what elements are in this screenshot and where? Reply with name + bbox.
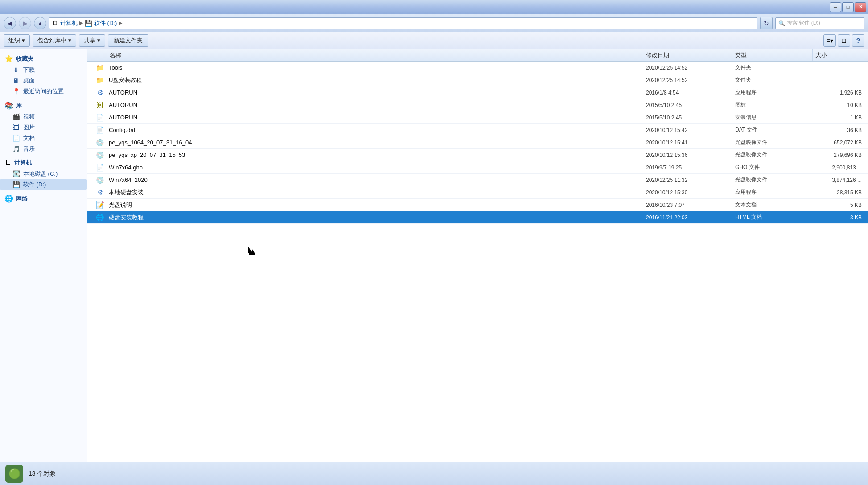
column-headers: 名称 修改日期 类型 大小 [87, 49, 868, 62]
sidebar-item-pictures[interactable]: 🖼 图片 [0, 122, 87, 133]
share-button[interactable]: 共享 ▾ [79, 34, 105, 47]
file-icon-cell: 📄 [89, 164, 107, 172]
music-label: 音乐 [23, 145, 35, 153]
close-button[interactable]: ✕ [855, 2, 866, 12]
computer-header[interactable]: 🖥 计算机 [0, 157, 87, 169]
preview-pane-button[interactable]: ⊟ [838, 34, 850, 47]
back-button[interactable]: ◀ [4, 17, 16, 29]
file-type: 光盘映像文件 [732, 151, 813, 159]
sidebar-item-documents[interactable]: 📄 文档 [0, 133, 87, 144]
breadcrumb-drive[interactable]: 软件 (D:) [94, 19, 117, 27]
table-row[interactable]: ⚙ AUTORUN 2016/1/8 4:54 应用程序 1,926 KB [87, 86, 868, 99]
file-type-icon: 🌐 [96, 214, 104, 222]
file-type: 文件夹 [732, 76, 813, 84]
video-icon: 🎬 [12, 113, 20, 120]
table-row[interactable]: 📁 U盘安装教程 2020/12/25 14:52 文件夹 [87, 74, 868, 86]
table-row[interactable]: 💿 Win7x64_2020 2020/12/25 11:32 光盘映像文件 3… [87, 174, 868, 186]
up-button[interactable]: ▲ [34, 17, 46, 29]
file-type-icon: 📄 [96, 114, 104, 122]
library-header[interactable]: 📚 库 [0, 99, 87, 111]
sidebar-item-c-drive[interactable]: 💽 本地磁盘 (C:) [0, 169, 87, 179]
file-size: 5 KB [813, 202, 866, 208]
file-type-icon: ⚙ [96, 89, 104, 97]
file-name: AUTORUN [107, 102, 643, 108]
library-icon: 📚 [4, 101, 13, 110]
table-row[interactable]: 📁 Tools 2020/12/25 14:52 文件夹 [87, 62, 868, 74]
file-type: 光盘映像文件 [732, 139, 813, 146]
sidebar-item-music[interactable]: 🎵 音乐 [0, 144, 87, 154]
organize-button[interactable]: 组织 ▾ [4, 34, 30, 47]
file-type-icon: 💿 [96, 139, 104, 147]
file-list-area: 名称 修改日期 类型 大小 📁 Tools 2020/12/25 14:52 文… [87, 49, 868, 462]
file-icon-cell: 🖼 [89, 101, 107, 109]
breadcrumb-computer[interactable]: 计算机 [60, 19, 78, 27]
file-name: Win7x64.gho [107, 164, 643, 171]
new-folder-button[interactable]: 新建文件夹 [108, 34, 148, 47]
breadcrumb[interactable]: 🖥 计算机 ▶ 💾 软件 (D:) ▶ [49, 17, 757, 29]
file-size: 3,874,126 ... [813, 177, 866, 183]
file-size: 1 KB [813, 115, 866, 121]
table-row[interactable]: ⚙ 本地硬盘安装 2020/10/12 15:30 应用程序 28,315 KB [87, 186, 868, 199]
file-type-icon: 💿 [96, 151, 104, 159]
sidebar-item-downloads[interactable]: ⬇ 下载 [0, 65, 87, 75]
col-size[interactable]: 大小 [813, 49, 866, 61]
music-icon: 🎵 [12, 145, 20, 152]
file-type: 应用程序 [732, 189, 813, 196]
col-type[interactable]: 类型 [732, 49, 813, 61]
video-label: 视频 [23, 113, 35, 121]
network-label: 网络 [16, 195, 28, 203]
file-type: GHO 文件 [732, 164, 813, 171]
favorites-header[interactable]: ⭐ 收藏夹 [0, 53, 87, 65]
organize-label: 组织 [8, 37, 20, 45]
file-name: pe_yqs_1064_20_07_31_16_04 [107, 139, 643, 146]
table-row[interactable]: 📄 Win7x64.gho 2019/9/7 19:25 GHO 文件 2,90… [87, 161, 868, 174]
file-type-icon: 📄 [96, 164, 104, 172]
file-icon-cell: 📝 [89, 201, 107, 209]
file-icon-cell: 💿 [89, 151, 107, 159]
refresh-button[interactable]: ↻ [760, 17, 773, 29]
view-icon: ≡ [826, 37, 830, 44]
recent-label: 最近访问的位置 [23, 87, 64, 95]
sidebar-item-recent[interactable]: 📍 最近访问的位置 [0, 86, 87, 97]
sidebar-item-video[interactable]: 🎬 视频 [0, 111, 87, 122]
table-row[interactable]: 💿 pe_yqs_1064_20_07_31_16_04 2020/10/12 … [87, 136, 868, 149]
minimize-button[interactable]: ─ [830, 2, 841, 12]
file-date: 2020/12/25 14:52 [643, 65, 732, 71]
file-icon-cell: 🌐 [89, 214, 107, 222]
table-row[interactable]: 📄 Config.dat 2020/10/12 15:42 DAT 文件 36 … [87, 124, 868, 136]
organize-chevron-icon: ▾ [22, 37, 25, 44]
desktop-label: 桌面 [23, 77, 35, 85]
col-modified[interactable]: 修改日期 [643, 49, 732, 61]
col-name[interactable]: 名称 [107, 49, 643, 61]
d-drive-icon: 💾 [12, 181, 20, 188]
network-icon: 🌐 [4, 194, 13, 203]
file-icon-cell: 📄 [89, 114, 107, 122]
maximize-button[interactable]: □ [842, 2, 854, 12]
file-type-icon: ⚙ [96, 189, 104, 197]
table-row[interactable]: 🌐 硬盘安装教程 2016/11/21 22:03 HTML 文档 3 KB [87, 211, 868, 224]
file-name: 本地硬盘安装 [107, 189, 643, 197]
file-type: DAT 文件 [732, 126, 813, 134]
preview-icon: ⊟ [841, 37, 847, 44]
table-row[interactable]: 📄 AUTORUN 2015/5/10 2:45 安装信息 1 KB [87, 111, 868, 124]
file-type: 光盘映像文件 [732, 176, 813, 184]
search-placeholder: 搜索 软件 (D:) [787, 19, 820, 27]
share-chevron-icon: ▾ [97, 37, 100, 44]
forward-button[interactable]: ▶ [19, 17, 31, 29]
table-row[interactable]: 📝 光盘说明 2016/10/23 7:07 文本文档 5 KB [87, 199, 868, 211]
file-type-icon: 📁 [96, 76, 104, 84]
file-date: 2016/11/21 22:03 [643, 214, 732, 221]
table-row[interactable]: 🖼 AUTORUN 2015/5/10 2:45 图标 10 KB [87, 99, 868, 111]
search-box[interactable]: 🔍 搜索 软件 (D:) [775, 17, 864, 29]
network-header[interactable]: 🌐 网络 [0, 193, 87, 205]
table-row[interactable]: 💿 pe_yqs_xp_20_07_31_15_53 2020/10/12 15… [87, 149, 868, 161]
file-name: pe_yqs_xp_20_07_31_15_53 [107, 152, 643, 158]
view-button[interactable]: ≡ ▾ [823, 34, 836, 47]
include-library-button[interactable]: 包含到库中 ▾ [33, 34, 76, 47]
pictures-icon: 🖼 [12, 124, 20, 131]
help-button[interactable]: ? [852, 34, 864, 47]
file-type: 文件夹 [732, 64, 813, 71]
sidebar-item-desktop[interactable]: 🖥 桌面 [0, 75, 87, 86]
sidebar-item-d-drive[interactable]: 💾 软件 (D:) [0, 179, 87, 190]
file-type: HTML 文档 [732, 214, 813, 221]
